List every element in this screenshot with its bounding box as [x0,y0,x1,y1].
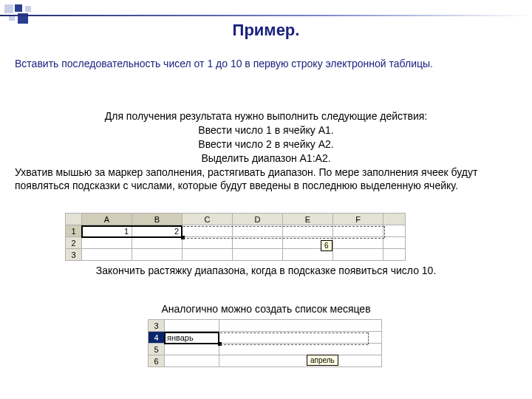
instruction-line: Выделить диапазон А1:А2. [15,151,517,166]
col-header: A [82,214,132,225]
page-title: Пример. [0,21,532,40]
cell[interactable] [132,237,183,249]
cell-a1[interactable]: 1 [82,225,132,237]
row-header: 3 [149,320,165,332]
col-header: F [333,214,383,225]
cell[interactable] [383,237,406,249]
instructions-block: Для получения результата нужно выполнить… [15,109,517,193]
spreadsheet-example-1: A B C D E F 1 1 2 2 [65,213,464,261]
cell[interactable] [383,249,406,261]
cell[interactable] [165,344,219,355]
row-header: 4 [149,332,165,344]
post-sheet2-text: Аналогично можно создать список месяцев [0,303,532,315]
instruction-line: Для получения результата нужно выполнить… [15,109,517,123]
drag-outline [183,238,384,239]
fill-tooltip: апрель [307,355,338,366]
col-header: B [132,214,183,225]
col-header: E [283,214,333,225]
instruction-line: Ухватив мышью за маркер заполнения, раст… [15,166,517,194]
cell[interactable] [383,225,406,237]
cell[interactable] [165,355,219,367]
cell[interactable] [82,249,132,261]
cell-a4[interactable]: январь [165,332,219,344]
cell[interactable] [219,355,382,367]
col-header [383,214,406,225]
row-header: 3 [66,249,82,261]
corner-cell [66,214,82,225]
cell[interactable] [219,320,382,332]
spreadsheet-grid: 3 4 январь 5 6 [148,319,382,367]
cell[interactable] [333,249,383,261]
cell-b1[interactable]: 2 [132,225,183,237]
row-header: 1 [66,225,82,237]
cell[interactable] [132,249,183,261]
col-header: D [233,214,283,225]
spreadsheet-example-2: 3 4 январь 5 6 апрель [148,319,392,367]
drag-outline [183,226,384,227]
row-header: 6 [149,355,165,367]
instruction-line: Ввести число 1 в ячейку А1. [15,123,517,137]
header-divider [0,15,532,16]
drag-outline [368,332,369,344]
instruction-line: Ввести число 2 в ячейку А2. [15,137,517,151]
cell[interactable] [233,249,283,261]
drag-outline [220,332,368,333]
intro-text: Вставить последовательность чисел от 1 д… [15,58,517,69]
spreadsheet-grid: A B C D E F 1 1 2 2 [65,213,406,261]
drag-outline [384,226,385,238]
fill-tooltip: 6 [321,240,332,251]
post-sheet1-text: Закончить растяжку диапазона, когда в по… [0,265,532,276]
cell[interactable] [183,249,233,261]
drag-outline [220,344,368,345]
row-header: 2 [66,237,82,249]
row-header: 5 [149,344,165,355]
col-header: C [183,214,233,225]
cell[interactable] [165,320,219,332]
cell[interactable] [82,237,132,249]
